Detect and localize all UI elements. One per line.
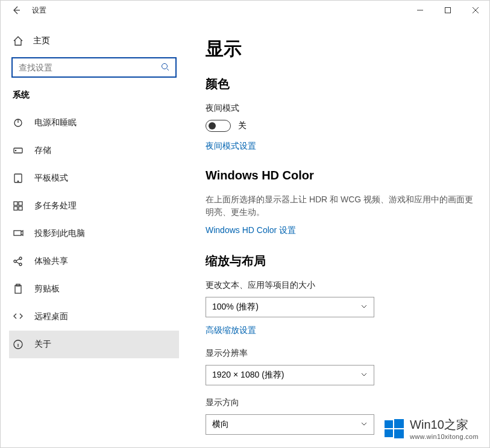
advanced-scale-link[interactable]: 高级缩放设置 [206,325,256,336]
windows-logo-icon [383,418,405,440]
chevron-down-icon [360,420,368,429]
clipboard-icon [13,284,24,294]
sidebar-section-title: 系统 [9,90,179,109]
svg-rect-21 [394,429,404,438]
svg-rect-11 [14,231,21,235]
section-hdcolor-heading: Windows HD Color [206,169,477,182]
sidebar-item-shared[interactable]: 体验共享 [9,247,179,275]
svg-point-6 [17,181,18,181]
text-size-value: 100% (推荐) [212,302,259,313]
svg-rect-20 [385,429,393,437]
sidebar-home[interactable]: 主页 [9,31,179,57]
svg-rect-7 [14,202,17,205]
resolution-value: 1920 × 1080 (推荐) [212,370,284,381]
orientation-label: 显示方向 [206,397,477,408]
window-controls [406,1,489,20]
svg-point-13 [19,257,22,260]
home-icon [13,36,24,46]
search-input[interactable] [19,63,161,72]
svg-rect-19 [394,419,404,428]
svg-rect-18 [385,420,393,428]
sidebar-item-label: 剪贴板 [34,284,60,294]
svg-rect-10 [19,207,22,210]
svg-point-14 [19,263,22,266]
close-icon [473,7,479,13]
svg-rect-9 [14,207,17,210]
night-mode-toggle[interactable] [206,120,231,132]
info-icon [13,339,24,350]
maximize-icon [445,7,451,13]
sidebar-item-tablet[interactable]: 平板模式 [9,164,179,192]
sidebar-item-clipboard[interactable]: 剪贴板 [9,275,179,303]
section-hdcolor: Windows HD Color 在上面所选择的显示器上让 HDR 和 WCG … [206,169,477,236]
sidebar-item-about[interactable]: 关于 [9,331,179,358]
sidebar-item-project[interactable]: 投影到此电脑 [9,220,179,247]
back-button[interactable] [4,1,28,20]
night-mode-state: 关 [238,120,247,131]
maximize-button[interactable] [434,1,462,20]
storage-icon [13,145,24,156]
night-mode-label: 夜间模式 [206,103,477,114]
orientation-value: 横向 [212,419,229,430]
share-icon [13,256,24,267]
sidebar-item-label: 关于 [34,339,51,350]
project-icon [13,228,24,239]
svg-rect-8 [19,202,22,205]
sidebar-nav-list: 电源和睡眠 存储 平板模式 多任务处理 [9,109,179,358]
resolution-select[interactable]: 1920 × 1080 (推荐) [206,365,374,385]
watermark: Win10之家 www.win10xitong.com [383,417,479,440]
sidebar-item-label: 体验共享 [34,256,68,267]
page-title: 显示 [206,37,477,61]
night-mode-settings-link[interactable]: 夜间模式设置 [206,141,256,152]
window-title: 设置 [32,5,46,16]
sidebar: 主页 系统 电源和睡眠 存储 [1,20,187,447]
sidebar-item-label: 存储 [34,145,51,156]
hdcolor-settings-link[interactable]: Windows HD Color 设置 [206,225,296,236]
power-icon [13,117,24,128]
text-size-label: 更改文本、应用等项目的大小 [206,280,477,291]
sidebar-item-label: 投影到此电脑 [34,228,85,239]
chevron-down-icon [360,302,368,312]
search-box[interactable] [11,57,177,78]
watermark-brand: Win10 [410,418,444,431]
watermark-url: www.win10xitong.com [410,433,479,440]
content-area: 显示 颜色 夜间模式 关 夜间模式设置 Windows HD Color 在上面… [187,20,489,447]
tablet-icon [13,173,24,184]
close-button[interactable] [462,1,489,20]
sidebar-item-power[interactable]: 电源和睡眠 [9,109,179,137]
sidebar-home-label: 主页 [33,36,50,46]
remote-icon [13,311,24,322]
section-color: 颜色 夜间模式 关 夜间模式设置 [206,76,477,152]
sidebar-item-label: 电源和睡眠 [34,117,77,128]
section-scale: 缩放与布局 更改文本、应用等项目的大小 100% (推荐) 高级缩放设置 显示分… [206,253,477,435]
svg-point-1 [162,63,168,69]
resolution-label: 显示分辨率 [206,348,477,359]
sidebar-item-label: 平板模式 [34,173,68,184]
text-size-select[interactable]: 100% (推荐) [206,297,374,317]
sidebar-item-label: 多任务处理 [34,201,77,211]
chevron-down-icon [360,370,368,380]
back-icon [11,5,21,15]
svg-point-4 [15,150,16,151]
sidebar-item-label: 远程桌面 [34,311,68,322]
minimize-button[interactable] [406,1,434,20]
section-scale-heading: 缩放与布局 [206,253,477,269]
minimize-icon [417,7,423,13]
svg-rect-0 [445,8,451,13]
search-icon [161,63,169,73]
orientation-select[interactable]: 横向 [206,414,374,435]
watermark-suffix: 之家 [444,418,468,431]
svg-point-12 [14,260,16,263]
hdcolor-desc: 在上面所选择的显示器上让 HDR 和 WCG 视频、游戏和应用中的画面更明亮、更… [206,193,477,219]
multitask-icon [13,201,24,211]
svg-rect-15 [15,285,21,293]
sidebar-item-multitask[interactable]: 多任务处理 [9,192,179,220]
sidebar-item-storage[interactable]: 存储 [9,137,179,164]
titlebar: 设置 [1,1,489,20]
section-color-heading: 颜色 [206,76,477,92]
sidebar-item-remote[interactable]: 远程桌面 [9,303,179,331]
